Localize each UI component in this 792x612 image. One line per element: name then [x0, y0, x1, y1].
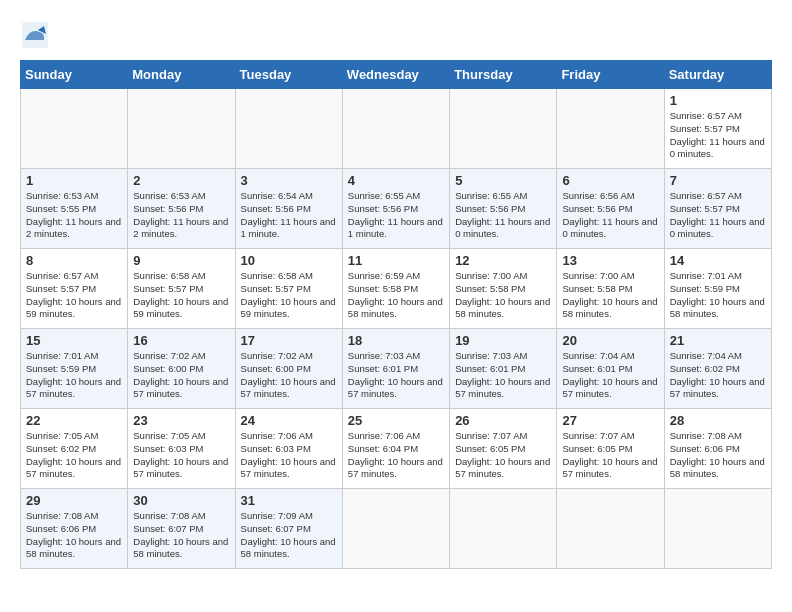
day-number: 5: [455, 173, 551, 188]
calendar-cell: 1Sunrise: 6:53 AMSunset: 5:55 PMDaylight…: [21, 169, 128, 249]
day-number: 24: [241, 413, 337, 428]
cell-details: Sunrise: 7:08 AMSunset: 6:06 PMDaylight:…: [670, 430, 766, 481]
calendar-cell: 2Sunrise: 6:53 AMSunset: 5:56 PMDaylight…: [128, 169, 235, 249]
calendar-cell: 24Sunrise: 7:06 AMSunset: 6:03 PMDayligh…: [235, 409, 342, 489]
calendar-cell: 13Sunrise: 7:00 AMSunset: 5:58 PMDayligh…: [557, 249, 664, 329]
cell-details: Sunrise: 7:08 AMSunset: 6:07 PMDaylight:…: [133, 510, 229, 561]
calendar-cell: 7Sunrise: 6:57 AMSunset: 5:57 PMDaylight…: [664, 169, 771, 249]
cell-details: Sunrise: 7:06 AMSunset: 6:04 PMDaylight:…: [348, 430, 444, 481]
day-number: 23: [133, 413, 229, 428]
cell-details: Sunrise: 6:57 AMSunset: 5:57 PMDaylight:…: [26, 270, 122, 321]
calendar-cell: 27Sunrise: 7:07 AMSunset: 6:05 PMDayligh…: [557, 409, 664, 489]
day-number: 10: [241, 253, 337, 268]
calendar-cell: 30Sunrise: 7:08 AMSunset: 6:07 PMDayligh…: [128, 489, 235, 569]
calendar-cell: 8Sunrise: 6:57 AMSunset: 5:57 PMDaylight…: [21, 249, 128, 329]
calendar-cell: [21, 89, 128, 169]
day-number: 16: [133, 333, 229, 348]
calendar-cell: 28Sunrise: 7:08 AMSunset: 6:06 PMDayligh…: [664, 409, 771, 489]
day-number: 31: [241, 493, 337, 508]
calendar-cell: 22Sunrise: 7:05 AMSunset: 6:02 PMDayligh…: [21, 409, 128, 489]
cell-details: Sunrise: 6:57 AMSunset: 5:57 PMDaylight:…: [670, 190, 766, 241]
day-number: 20: [562, 333, 658, 348]
day-number: 25: [348, 413, 444, 428]
cell-details: Sunrise: 7:04 AMSunset: 6:01 PMDaylight:…: [562, 350, 658, 401]
calendar-cell: 11Sunrise: 6:59 AMSunset: 5:58 PMDayligh…: [342, 249, 449, 329]
calendar-cell: 3Sunrise: 6:54 AMSunset: 5:56 PMDaylight…: [235, 169, 342, 249]
day-number: 29: [26, 493, 122, 508]
cell-details: Sunrise: 7:05 AMSunset: 6:02 PMDaylight:…: [26, 430, 122, 481]
weekday-header-tuesday: Tuesday: [235, 61, 342, 89]
calendar-table: SundayMondayTuesdayWednesdayThursdayFrid…: [20, 60, 772, 569]
calendar-cell: 6Sunrise: 6:56 AMSunset: 5:56 PMDaylight…: [557, 169, 664, 249]
calendar-cell: 9Sunrise: 6:58 AMSunset: 5:57 PMDaylight…: [128, 249, 235, 329]
day-number: 19: [455, 333, 551, 348]
cell-details: Sunrise: 7:01 AMSunset: 5:59 PMDaylight:…: [670, 270, 766, 321]
day-number: 1: [670, 93, 766, 108]
day-number: 12: [455, 253, 551, 268]
cell-details: Sunrise: 7:03 AMSunset: 6:01 PMDaylight:…: [348, 350, 444, 401]
weekday-header-friday: Friday: [557, 61, 664, 89]
day-number: 4: [348, 173, 444, 188]
day-number: 28: [670, 413, 766, 428]
day-number: 22: [26, 413, 122, 428]
logo-icon: [20, 20, 50, 50]
day-number: 15: [26, 333, 122, 348]
calendar-cell: [557, 489, 664, 569]
calendar-week-1: 1Sunrise: 6:57 AMSunset: 5:57 PMDaylight…: [21, 89, 772, 169]
day-number: 27: [562, 413, 658, 428]
calendar-cell: 23Sunrise: 7:05 AMSunset: 6:03 PMDayligh…: [128, 409, 235, 489]
calendar-cell: 10Sunrise: 6:58 AMSunset: 5:57 PMDayligh…: [235, 249, 342, 329]
cell-details: Sunrise: 7:00 AMSunset: 5:58 PMDaylight:…: [562, 270, 658, 321]
day-number: 1: [26, 173, 122, 188]
calendar-cell: 17Sunrise: 7:02 AMSunset: 6:00 PMDayligh…: [235, 329, 342, 409]
day-number: 18: [348, 333, 444, 348]
calendar-cell: 1Sunrise: 6:57 AMSunset: 5:57 PMDaylight…: [664, 89, 771, 169]
calendar-cell: 12Sunrise: 7:00 AMSunset: 5:58 PMDayligh…: [450, 249, 557, 329]
day-number: 7: [670, 173, 766, 188]
cell-details: Sunrise: 6:55 AMSunset: 5:56 PMDaylight:…: [348, 190, 444, 241]
calendar-cell: 29Sunrise: 7:08 AMSunset: 6:06 PMDayligh…: [21, 489, 128, 569]
cell-details: Sunrise: 7:00 AMSunset: 5:58 PMDaylight:…: [455, 270, 551, 321]
calendar-week-3: 8Sunrise: 6:57 AMSunset: 5:57 PMDaylight…: [21, 249, 772, 329]
calendar-cell: [342, 89, 449, 169]
calendar-cell: 14Sunrise: 7:01 AMSunset: 5:59 PMDayligh…: [664, 249, 771, 329]
day-number: 3: [241, 173, 337, 188]
cell-details: Sunrise: 7:08 AMSunset: 6:06 PMDaylight:…: [26, 510, 122, 561]
day-number: 11: [348, 253, 444, 268]
cell-details: Sunrise: 7:02 AMSunset: 6:00 PMDaylight:…: [241, 350, 337, 401]
calendar-cell: 25Sunrise: 7:06 AMSunset: 6:04 PMDayligh…: [342, 409, 449, 489]
day-number: 6: [562, 173, 658, 188]
day-number: 21: [670, 333, 766, 348]
cell-details: Sunrise: 7:01 AMSunset: 5:59 PMDaylight:…: [26, 350, 122, 401]
calendar-cell: [664, 489, 771, 569]
calendar-cell: [235, 89, 342, 169]
cell-details: Sunrise: 7:07 AMSunset: 6:05 PMDaylight:…: [562, 430, 658, 481]
calendar-cell: 15Sunrise: 7:01 AMSunset: 5:59 PMDayligh…: [21, 329, 128, 409]
calendar-cell: 19Sunrise: 7:03 AMSunset: 6:01 PMDayligh…: [450, 329, 557, 409]
cell-details: Sunrise: 6:59 AMSunset: 5:58 PMDaylight:…: [348, 270, 444, 321]
cell-details: Sunrise: 7:04 AMSunset: 6:02 PMDaylight:…: [670, 350, 766, 401]
day-number: 14: [670, 253, 766, 268]
cell-details: Sunrise: 6:58 AMSunset: 5:57 PMDaylight:…: [241, 270, 337, 321]
day-number: 9: [133, 253, 229, 268]
cell-details: Sunrise: 7:06 AMSunset: 6:03 PMDaylight:…: [241, 430, 337, 481]
calendar-cell: 20Sunrise: 7:04 AMSunset: 6:01 PMDayligh…: [557, 329, 664, 409]
calendar-week-2: 1Sunrise: 6:53 AMSunset: 5:55 PMDaylight…: [21, 169, 772, 249]
calendar-cell: [128, 89, 235, 169]
cell-details: Sunrise: 6:53 AMSunset: 5:56 PMDaylight:…: [133, 190, 229, 241]
day-number: 30: [133, 493, 229, 508]
cell-details: Sunrise: 7:05 AMSunset: 6:03 PMDaylight:…: [133, 430, 229, 481]
day-number: 8: [26, 253, 122, 268]
day-number: 17: [241, 333, 337, 348]
cell-details: Sunrise: 6:57 AMSunset: 5:57 PMDaylight:…: [670, 110, 766, 161]
calendar-cell: [450, 89, 557, 169]
cell-details: Sunrise: 6:53 AMSunset: 5:55 PMDaylight:…: [26, 190, 122, 241]
calendar-cell: 4Sunrise: 6:55 AMSunset: 5:56 PMDaylight…: [342, 169, 449, 249]
weekday-header-monday: Monday: [128, 61, 235, 89]
calendar-cell: [450, 489, 557, 569]
cell-details: Sunrise: 7:03 AMSunset: 6:01 PMDaylight:…: [455, 350, 551, 401]
cell-details: Sunrise: 7:07 AMSunset: 6:05 PMDaylight:…: [455, 430, 551, 481]
weekday-header-thursday: Thursday: [450, 61, 557, 89]
cell-details: Sunrise: 7:02 AMSunset: 6:00 PMDaylight:…: [133, 350, 229, 401]
cell-details: Sunrise: 6:54 AMSunset: 5:56 PMDaylight:…: [241, 190, 337, 241]
